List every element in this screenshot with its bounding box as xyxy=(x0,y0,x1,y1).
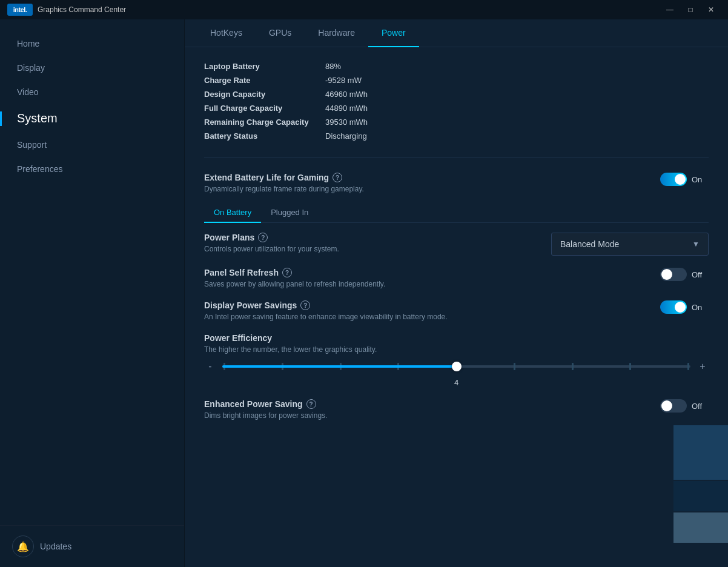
slider-fill xyxy=(222,365,457,368)
remaining-charge-row: Remaining Charge Capacity 39530 mWh xyxy=(204,118,709,127)
tick-8 xyxy=(687,363,689,370)
power-efficiency-desc: The higher the number, the lower the gra… xyxy=(204,345,709,354)
power-efficiency-label: Power Efficiency xyxy=(204,333,709,343)
extend-battery-toggle[interactable] xyxy=(660,173,687,186)
enhanced-power-saving-toggle[interactable] xyxy=(660,399,687,413)
display-power-savings-toggle-thumb xyxy=(675,302,686,313)
design-capacity-value: 46960 mWh xyxy=(325,90,368,99)
titlebar-brand: intel. Graphics Command Center xyxy=(7,4,660,16)
remaining-charge-value: 39530 mWh xyxy=(325,118,368,127)
extend-battery-toggle-group: On xyxy=(660,173,709,186)
enhanced-power-saving-desc: Dims bright images for power savings. xyxy=(204,411,327,420)
enhanced-power-saving-toggle-label: Off xyxy=(692,402,706,411)
updates-button[interactable]: 🔔 Updates xyxy=(12,536,172,557)
tick-5 xyxy=(514,363,515,370)
sidebar-item-support[interactable]: Support xyxy=(0,133,184,157)
extend-battery-toggle-label: On xyxy=(692,175,706,184)
full-charge-row: Full Charge Capacity 44890 mWh xyxy=(204,104,709,113)
sidebar-item-display[interactable]: Display xyxy=(0,56,184,80)
extend-battery-section: Extend Battery Life for Gaming ? Dynamic… xyxy=(204,173,709,432)
power-plans-info: Power Plans ? Controls power utilization… xyxy=(204,233,339,253)
app-layout: Home Display Video System Support Prefer… xyxy=(0,19,728,567)
sub-tab-plugged-in[interactable]: Plugged In xyxy=(261,203,318,223)
sidebar-item-system[interactable]: System xyxy=(0,104,184,133)
panel-self-refresh-toggle-thumb xyxy=(661,269,672,280)
close-button[interactable]: ✕ xyxy=(701,1,721,18)
battery-status-row: Battery Status Discharging xyxy=(204,131,709,141)
power-efficiency-track xyxy=(222,365,690,368)
maximize-button[interactable]: □ xyxy=(681,1,700,18)
enhanced-power-saving-label: Enhanced Power Saving ? xyxy=(204,399,327,409)
battery-status-label: Battery Status xyxy=(204,131,325,141)
tick-7 xyxy=(629,363,631,370)
main-content: Laptop Battery 88% Charge Rate -9528 mW … xyxy=(185,47,728,567)
display-power-savings-help-icon[interactable]: ? xyxy=(300,300,310,310)
power-efficiency-value: 4 xyxy=(204,378,709,387)
tab-gpus[interactable]: GPUs xyxy=(256,19,305,47)
app-title: Graphics Command Center xyxy=(38,5,126,14)
sub-tab-on-battery[interactable]: On Battery xyxy=(204,203,261,223)
panel-self-refresh-toggle[interactable] xyxy=(660,268,687,281)
display-power-savings-label: Display Power Savings ? xyxy=(204,300,448,310)
battery-info-section: Laptop Battery 88% Charge Rate -9528 mW … xyxy=(204,62,709,158)
panel-self-refresh-row: Panel Self Refresh ? Saves power by allo… xyxy=(204,268,709,288)
corner-deco-mid xyxy=(673,481,728,511)
laptop-battery-value: 88% xyxy=(325,62,341,71)
minimize-button[interactable]: — xyxy=(660,1,680,18)
full-charge-label: Full Charge Capacity xyxy=(204,104,325,113)
slider-minus-icon: - xyxy=(204,361,216,372)
remaining-charge-label: Remaining Charge Capacity xyxy=(204,118,325,127)
extend-battery-desc: Dynamically regulate frame rate during g… xyxy=(204,185,364,193)
battery-row: Laptop Battery 88% xyxy=(204,62,709,71)
extend-battery-label: Extend Battery Life for Gaming ? xyxy=(204,173,364,182)
titlebar: intel. Graphics Command Center — □ ✕ xyxy=(0,0,728,19)
corner-deco-bot xyxy=(673,512,728,543)
enhanced-power-saving-toggle-thumb xyxy=(661,400,672,411)
enhanced-power-saving-help-icon[interactable]: ? xyxy=(306,399,316,409)
power-plans-help-icon[interactable]: ? xyxy=(258,233,268,242)
tick-6 xyxy=(572,363,574,370)
display-power-savings-toggle-label: On xyxy=(692,303,706,312)
chevron-down-icon: ▼ xyxy=(692,240,700,248)
extend-battery-toggle-thumb xyxy=(675,174,686,185)
window-controls: — □ ✕ xyxy=(660,1,721,18)
panel-self-refresh-label: Panel Self Refresh ? xyxy=(204,268,385,277)
display-power-savings-desc: An Intel power saving feature to enhance… xyxy=(204,313,448,321)
battery-status-value: Discharging xyxy=(325,131,367,141)
power-efficiency-section: Power Efficiency The higher the number, … xyxy=(204,333,709,387)
power-plans-label: Power Plans ? xyxy=(204,233,339,242)
sidebar-item-preferences[interactable]: Preferences xyxy=(0,157,184,181)
top-tabs: HotKeys GPUs Hardware Power xyxy=(185,19,728,47)
bell-icon: 🔔 xyxy=(12,536,34,557)
charge-rate-value: -9528 mW xyxy=(325,76,362,85)
enhanced-power-saving-row: Enhanced Power Saving ? Dims bright imag… xyxy=(204,399,709,420)
sidebar-item-video[interactable]: Video xyxy=(0,80,184,104)
content-area: HotKeys GPUs Hardware Power Laptop Batte… xyxy=(185,19,728,567)
sidebar-item-home[interactable]: Home xyxy=(0,31,184,56)
extend-battery-row: Extend Battery Life for Gaming ? Dynamic… xyxy=(204,173,709,193)
display-power-savings-row: Display Power Savings ? An Intel power s… xyxy=(204,300,709,321)
panel-self-refresh-info: Panel Self Refresh ? Saves power by allo… xyxy=(204,268,385,288)
enhanced-power-saving-toggle-group: Off xyxy=(660,399,709,413)
power-plans-row: Power Plans ? Controls power utilization… xyxy=(204,233,709,256)
panel-self-refresh-help-icon[interactable]: ? xyxy=(282,268,292,277)
tab-hardware[interactable]: Hardware xyxy=(305,19,368,47)
extend-battery-help-icon[interactable]: ? xyxy=(333,173,342,182)
enhanced-power-saving-info: Enhanced Power Saving ? Dims bright imag… xyxy=(204,399,327,420)
panel-self-refresh-desc: Saves power by allowing panel to refresh… xyxy=(204,280,385,288)
charge-rate-label: Charge Rate xyxy=(204,76,325,85)
display-power-savings-toggle[interactable] xyxy=(660,300,687,314)
power-efficiency-slider-row: - xyxy=(204,361,709,372)
display-power-savings-info: Display Power Savings ? An Intel power s… xyxy=(204,300,448,321)
sidebar-bottom: 🔔 Updates xyxy=(0,525,184,567)
tab-hotkeys[interactable]: HotKeys xyxy=(197,19,256,47)
slider-plus-icon: + xyxy=(697,361,709,372)
corner-decoration xyxy=(673,425,728,543)
display-power-savings-toggle-group: On xyxy=(660,300,709,314)
corner-deco-top xyxy=(673,425,728,480)
full-charge-value: 44890 mWh xyxy=(325,104,368,113)
tab-power[interactable]: Power xyxy=(368,19,419,47)
power-plans-dropdown[interactable]: Balanced Mode ▼ xyxy=(551,233,709,256)
slider-thumb[interactable] xyxy=(452,362,462,371)
laptop-battery-label: Laptop Battery xyxy=(204,62,325,71)
